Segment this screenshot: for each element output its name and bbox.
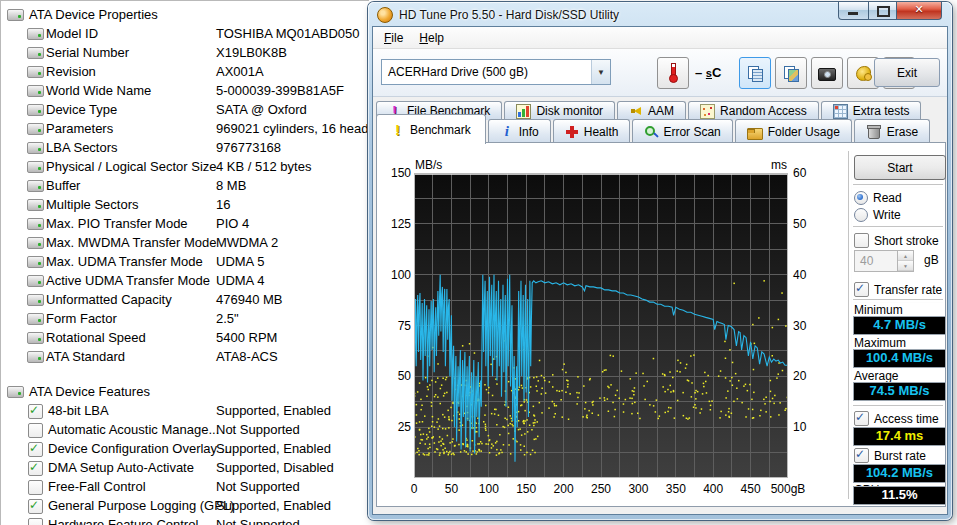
short-stroke-size-spinner[interactable]: 40 ▲▼: [854, 250, 914, 272]
access-time-checkbox[interactable]: Access time: [854, 411, 939, 426]
feature-value: Supported, Enabled: [216, 441, 331, 456]
ata-device-properties-panel: ATA Device Properties Model IDTOSHIBA MQ…: [0, 0, 369, 525]
feature-value: Not Supported: [216, 479, 300, 494]
property-row: Model IDTOSHIBA MQ01ABD050: [1, 25, 369, 44]
burst-rate-box[interactable]: [854, 448, 869, 463]
start-button[interactable]: Start: [854, 155, 946, 180]
menu-file[interactable]: File: [376, 29, 411, 47]
tab-label: Health: [584, 125, 619, 139]
access-time-box[interactable]: [854, 411, 869, 426]
combo-dropdown-button[interactable]: ▼: [591, 60, 610, 84]
feature-value: Supported, Enabled: [216, 498, 331, 513]
average-label: Average: [854, 369, 898, 383]
property-value: SATA @ Oxford: [216, 102, 307, 117]
drive-icon: [27, 104, 44, 116]
read-radio-circle[interactable]: [854, 191, 868, 205]
tab-label: Error Scan: [663, 125, 720, 139]
feature-checkbox[interactable]: [28, 518, 43, 525]
feature-value: Not Supported: [216, 422, 300, 437]
property-label: Rotational Speed: [46, 330, 146, 345]
feature-checkbox[interactable]: [28, 404, 43, 419]
access-time-value: 17.4 ms: [853, 427, 946, 446]
left-axis-tick: 50: [379, 369, 411, 383]
maximize-button[interactable]: [869, 2, 896, 20]
tab-folder-usage[interactable]: Folder Usage: [735, 119, 852, 144]
read-radio[interactable]: Read: [854, 191, 902, 205]
transfer-rate-box[interactable]: [854, 282, 869, 297]
right-axis-tick: 20: [793, 369, 806, 383]
property-value: ATA8-ACS: [216, 349, 278, 364]
feature-checkbox[interactable]: [28, 442, 43, 457]
feature-checkbox[interactable]: [28, 499, 43, 514]
feature-value: Supported, Disabled: [216, 460, 334, 475]
copy-image-icon: [783, 65, 799, 81]
burst-rate-checkbox[interactable]: Burst rate: [854, 448, 926, 463]
close-button[interactable]: [896, 2, 942, 20]
camera-icon: [818, 68, 836, 81]
app-icon: [377, 7, 393, 23]
property-value: 5-000039-399B81A5F: [216, 83, 344, 98]
drive-icon: [27, 313, 44, 325]
left-axis-title: MB/s: [415, 158, 442, 172]
short-stroke-box[interactable]: [854, 233, 869, 248]
property-label: Active UDMA Transfer Mode: [46, 273, 210, 288]
exit-button[interactable]: Exit: [874, 58, 940, 87]
minimize-button[interactable]: [838, 2, 869, 20]
property-label: ATA Standard: [46, 349, 125, 364]
feature-label: Hardware Feature Control: [48, 517, 198, 525]
tab-label: Info: [519, 125, 539, 139]
transfer-rate-checkbox[interactable]: Transfer rate: [854, 282, 942, 297]
x-axis-tick: 500gB: [766, 482, 810, 496]
tab-health[interactable]: Health: [553, 119, 631, 144]
feature-checkbox[interactable]: [28, 423, 43, 438]
copy-image-button[interactable]: [775, 57, 807, 89]
tab-label: Disk monitor: [536, 104, 603, 118]
short-stroke-checkbox[interactable]: Short stroke: [854, 233, 939, 248]
tab-label: Benchmark: [410, 123, 471, 137]
property-label: Form Factor: [46, 311, 117, 326]
tab-benchmark[interactable]: Benchmark: [376, 114, 486, 144]
property-value: 969021 cylinders, 16 heads, 6: [216, 121, 369, 136]
copy-text-button[interactable]: [739, 57, 771, 89]
drive-icon: [27, 123, 44, 135]
drive-icon: [27, 85, 44, 97]
property-value: X19LB0K8B: [216, 45, 287, 60]
temperature-button[interactable]: [657, 57, 689, 89]
right-axis-tick: 10: [793, 420, 806, 434]
tab-info[interactable]: Info: [488, 119, 551, 144]
donate-hand-icon: [856, 66, 871, 81]
tab-error-scan[interactable]: Error Scan: [632, 119, 732, 144]
drive-icon: [27, 28, 44, 40]
property-list: Model IDTOSHIBA MQ01ABD050Serial NumberX…: [1, 25, 369, 367]
property-row: ATA StandardATA8-ACS: [1, 348, 369, 367]
write-radio-circle[interactable]: [854, 208, 868, 222]
feature-label: 48-bit LBA: [48, 403, 109, 418]
feature-row: DMA Setup Auto-ActivateSupported, Disabl…: [1, 459, 369, 478]
right-axis-tick: 40: [793, 268, 806, 282]
panel-separator-vertical: [848, 151, 852, 499]
ata-properties-title: ATA Device Properties: [29, 7, 158, 22]
property-value: TOSHIBA MQ01ABD050: [216, 26, 360, 41]
spin-up-icon[interactable]: ▲: [898, 251, 913, 261]
minimum-label: Minimum: [854, 303, 903, 317]
screenshot-button[interactable]: [811, 57, 843, 89]
spinner-buttons[interactable]: ▲▼: [897, 251, 913, 271]
property-label: World Wide Name: [46, 83, 151, 98]
tab-erase[interactable]: Erase: [854, 119, 930, 144]
feature-list: 48-bit LBASupported, EnabledAutomatic Ac…: [1, 402, 369, 525]
feature-label: Device Configuration Overlay ...: [48, 441, 232, 456]
benchmark-chart: [414, 173, 788, 478]
write-radio[interactable]: Write: [854, 208, 901, 222]
feature-checkbox[interactable]: [28, 461, 43, 476]
property-label: Multiple Sectors: [46, 197, 138, 212]
drive-select-combobox[interactable]: ACERHard Drive (500 gB) ▼: [381, 59, 611, 85]
property-value: UDMA 4: [216, 273, 264, 288]
drive-icon: [27, 199, 44, 211]
feature-checkbox[interactable]: [28, 480, 43, 495]
property-row: Max. UDMA Transfer ModeUDMA 5: [1, 253, 369, 272]
spin-down-icon[interactable]: ▼: [898, 261, 913, 271]
property-value: 2.5": [216, 311, 239, 326]
property-row: Parameters969021 cylinders, 16 heads, 6: [1, 120, 369, 139]
drive-icon: [27, 142, 44, 154]
menu-help[interactable]: Help: [411, 29, 452, 47]
